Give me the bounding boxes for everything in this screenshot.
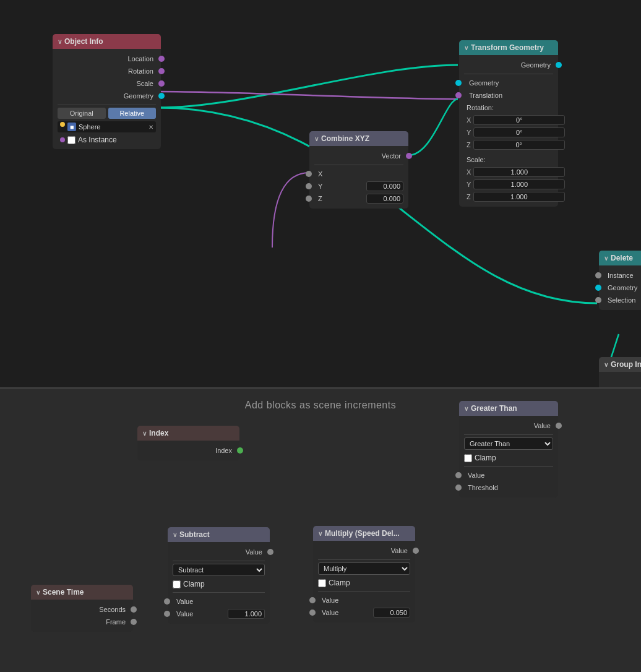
sub-clamp-checkbox[interactable] [173, 580, 181, 588]
greater-than-body: Value Greater Than Clamp Value Threshold [459, 416, 558, 498]
mul-clamp-row: Clamp [318, 577, 410, 588]
del-geometry-row: Geometry [604, 282, 641, 294]
group-input-header: ∨ Group Input [599, 357, 641, 372]
tg-scale-label-row: Scale: [464, 153, 553, 166]
geometry-row: Geometry [58, 90, 156, 102]
mul-clamp-checkbox[interactable] [318, 579, 326, 587]
mul-value-out-label: Value [391, 547, 408, 554]
index-body: Index [137, 441, 239, 460]
rot-x-input[interactable] [473, 115, 565, 125]
delete-node: ∨ Delete Instance Geometry Selection [599, 251, 641, 310]
as-instance-dot [60, 137, 65, 142]
y-socket-in [306, 183, 312, 189]
scale-socket [158, 80, 165, 87]
z-input[interactable] [366, 194, 403, 204]
scale-x-label: X [467, 168, 471, 176]
index-row: Index [142, 444, 234, 457]
frame-socket [131, 619, 137, 625]
chevron-icon: ∨ [314, 136, 319, 142]
tg-geometry-in [455, 80, 462, 86]
z-row: Z [314, 192, 403, 205]
scale-y-row: Y [464, 178, 553, 191]
sub-dropdown[interactable]: Subtract [173, 564, 265, 576]
mul-field-socket [309, 610, 316, 616]
rot-y-input[interactable] [473, 127, 565, 137]
as-instance-checkbox[interactable] [67, 136, 75, 144]
sub-clamp-row: Clamp [173, 579, 265, 590]
scale-x-input[interactable] [473, 167, 565, 177]
z-label: Z [318, 195, 322, 202]
mul-value-in-label: Value [322, 597, 338, 604]
delete-title: Delete [611, 254, 633, 262]
chevron-icon: ∨ [604, 255, 608, 262]
scale-row: Scale [58, 77, 156, 90]
rot-z-input[interactable] [473, 140, 565, 150]
multiply-node: ∨ Multiply (Speed Del... Value Multiply … [313, 526, 415, 622]
mul-field-input[interactable] [373, 608, 410, 618]
scene-time-header: ∨ Scene Time [31, 585, 133, 600]
tg-geometry-in-row: Geometry [464, 77, 553, 89]
mul-value-in-row: Value [318, 594, 410, 606]
scale-x-row: X [464, 166, 553, 178]
rot-z-row: Z [464, 139, 553, 151]
geometry-socket-out [158, 93, 165, 99]
combine-xyz-body: Vector X Y Z [309, 146, 408, 209]
scale-z-input[interactable] [473, 192, 565, 202]
subtract-title: Subtract [179, 530, 210, 539]
gt-clamp-checkbox[interactable] [464, 454, 472, 462]
scale-y-input[interactable] [473, 179, 565, 189]
as-instance-label: As Instance [78, 136, 117, 144]
gt-dropdown[interactable]: Greater Than [464, 437, 553, 450]
mul-dropdown[interactable]: Multiply [318, 562, 410, 575]
scene-time-body: Seconds Frame [31, 600, 133, 632]
gt-value-out-socket [556, 423, 562, 429]
mul-value-out-row: Value [318, 545, 410, 557]
gt-value-in-label: Value [468, 472, 484, 479]
x-row: X [314, 168, 403, 180]
greater-than-node: ∨ Greater Than Value Greater Than Clamp … [459, 401, 558, 498]
object-selector[interactable]: ◼ Sphere ✕ [58, 121, 156, 132]
multiply-header: ∨ Multiply (Speed Del... [313, 526, 415, 541]
index-title: Index [149, 429, 168, 437]
y-input[interactable] [366, 181, 403, 191]
scale-label: Scale [136, 80, 153, 87]
location-label: Location [127, 55, 153, 62]
obj-remove-icon[interactable]: ✕ [148, 124, 153, 131]
delete-body: Instance Geometry Selection [599, 265, 641, 310]
index-header: ∨ Index [137, 426, 239, 441]
gt-threshold-row: Threshold [464, 481, 553, 494]
subtract-body: Value Subtract Clamp Value Value [168, 542, 270, 624]
mul-value-out-socket [413, 548, 419, 554]
selection-socket [595, 297, 601, 303]
rotation-label: Rotation [128, 67, 153, 75]
index-label: Index [215, 447, 232, 454]
relative-button[interactable]: Relative [108, 108, 157, 119]
gt-value-in-socket [455, 472, 462, 478]
original-button[interactable]: Original [58, 108, 106, 119]
x-socket-in [306, 171, 312, 177]
combine-xyz-header: ∨ Combine XYZ [309, 131, 408, 146]
object-info-header: ∨ Object Info [53, 34, 161, 49]
instance-label: Instance [608, 272, 634, 279]
vector-socket-out [406, 153, 412, 159]
rot-z-label: Z [467, 141, 471, 149]
mul-field-label: Value [322, 609, 338, 616]
transform-geometry-header: ∨ Transform Geometry [459, 40, 558, 55]
del-geometry-socket [595, 285, 601, 291]
as-instance-row: As Instance [58, 134, 156, 145]
scale-y-label: Y [467, 181, 471, 188]
sub-field-input[interactable] [228, 609, 265, 619]
sub-value-in-label: Value [176, 598, 193, 605]
gt-value-out-row: Value [464, 420, 553, 432]
sub-field-socket [164, 611, 170, 617]
multiply-title: Multiply (Speed Del... [325, 529, 400, 538]
subtract-header: ∨ Subtract [168, 527, 270, 542]
sub-value-out-label: Value [246, 548, 262, 556]
frame-label: Frame [106, 618, 126, 626]
scene-time-node: ∨ Scene Time Seconds Frame [31, 585, 133, 632]
rot-y-label: Y [467, 129, 471, 136]
chevron-icon: ∨ [464, 45, 468, 51]
seconds-label: Seconds [99, 606, 126, 613]
selection-label: Selection [608, 296, 635, 304]
sub-value-in-row: Value [173, 595, 265, 608]
